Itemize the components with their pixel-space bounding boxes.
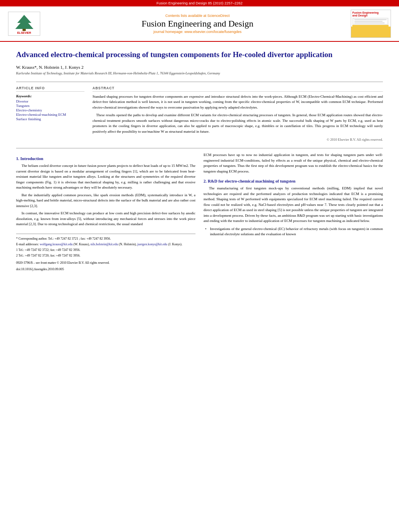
section2-para-1: The manufacturing of first tungsten mock…: [204, 186, 383, 224]
email-konys[interactable]: juergen.konys@kit.edu: [138, 242, 167, 246]
homepage-link[interactable]: www.elsevier.com/locate/fusengdes: [184, 30, 241, 34]
bullet-item-1: Investigations of the general electro-ch…: [204, 226, 383, 237]
section2-text: The manufacturing of first tungsten mock…: [204, 186, 383, 224]
footnote-corresponding: * Corresponding author. Tel.: +49 7247 8…: [16, 236, 195, 241]
journal-citation: Fusion Engineering and Design 85 (2010) …: [156, 1, 243, 5]
abstract-para-2: These results opened the paths to develo…: [93, 113, 383, 134]
abstract-para-1: Standard shaping processes for tungsten …: [93, 94, 383, 111]
homepage-prefix: journal homepage:: [153, 30, 184, 34]
journal-homepage-line: journal homepage: www.elsevier.com/locat…: [44, 30, 351, 34]
email-krauss-name: (W. Krauss),: [73, 242, 90, 246]
keywords-label: Keywords:: [16, 94, 84, 98]
intro-para-2: But the industrially applied common proc…: [16, 193, 195, 209]
copyright-line: © 2010 Elsevier B.V. All rights reserved…: [93, 138, 383, 142]
journal-citation-bar: Fusion Engineering and Design 85 (2010) …: [0, 0, 399, 6]
sciencedirect-line: Contents lists available at ScienceDirec…: [44, 14, 351, 18]
intro-para-3: In contrast, the innovative ECM technolo…: [16, 211, 195, 227]
keyword-1: Divertor: [16, 99, 84, 103]
left-column: 1. Introduction The helium cooled divert…: [16, 152, 195, 272]
intro-text: The helium cooled divertor concept in fu…: [16, 163, 195, 227]
footnote-1: 1 Tel.: +49 7247 82 3722; fax: +49 7247 …: [16, 248, 195, 253]
intro-para-1: The helium cooled divertor concept in fu…: [16, 163, 195, 191]
journal-header-center: Contents lists available at ScienceDirec…: [44, 14, 351, 34]
email-konys-name: (J. Konys).: [167, 242, 182, 246]
keyword-3: Electro-chemistry: [16, 108, 84, 112]
footnote-issn: 0920-3796/$ – see front matter © 2010 El…: [16, 261, 195, 265]
right-intro-para: ECM processes have up to now no industri…: [204, 152, 383, 174]
svg-text:ELSEVIER: ELSEVIER: [17, 31, 31, 34]
email-krauss[interactable]: wolfgang.krauss@kit.edu: [40, 242, 73, 246]
abstract-title: ABSTRACT: [93, 86, 383, 92]
email-holstein-name: (N. Holstein),: [118, 242, 137, 246]
contents-available-text: Contents lists available at: [165, 14, 208, 18]
section-1-heading: Introduction: [21, 156, 43, 161]
divider-1: [16, 82, 383, 82]
article-body: Advanced electro-chemical processing of …: [0, 42, 399, 280]
section-1-number: 1.: [16, 156, 19, 161]
svg-rect-2: [23, 29, 26, 31]
journal-header: ELSEVIER Contents lists available at Sci…: [0, 6, 399, 42]
section-2-number: 2.: [204, 179, 207, 183]
divider-2: [16, 148, 383, 148]
keyword-2: Tungsten: [16, 104, 84, 108]
article-info: ARTICLE INFO Keywords: Divertor Tungsten…: [16, 86, 84, 142]
footnotes: * Corresponding author. Tel.: +49 7247 8…: [16, 234, 195, 272]
journal-title: Fusion Engineering and Design: [44, 18, 351, 29]
elsevier-logo-image: ELSEVIER: [8, 12, 40, 36]
fed-logo-title: Fusion Engineeringand Design: [352, 11, 389, 17]
sciencedirect-link[interactable]: ScienceDirect: [208, 14, 230, 18]
info-abstract-section: ARTICLE INFO Keywords: Divertor Tungsten…: [16, 86, 383, 142]
affiliation: Karlsruhe Institute of Technology, Insti…: [16, 71, 383, 75]
footnote-email: E-mail addresses: wolfgang.krauss@kit.ed…: [16, 242, 195, 247]
footnote-2: 2 Tel.: +49 7247 82 3720; fax: +49 7247 …: [16, 253, 195, 258]
footnote-doi: doi:10.1016/j.fusengdes.2010.09.005: [16, 267, 195, 272]
section-1-title: 1. Introduction: [16, 156, 195, 161]
bullet-text: Investigations of the general electro-ch…: [210, 227, 383, 236]
main-columns: 1. Introduction The helium cooled divert…: [16, 152, 383, 272]
authors: W. Krauss*, N. Holstein 1, J. Konys 2: [16, 65, 383, 70]
abstract-section: ABSTRACT Standard shaping processes for …: [93, 86, 383, 142]
fed-logo: Fusion Engineeringand Design: [351, 10, 391, 38]
keyword-4: Electro-chemical-machining ECM: [16, 113, 84, 117]
right-intro-text: ECM processes have up to now no industri…: [204, 152, 383, 174]
author-list: W. Krauss*, N. Holstein 1, J. Konys 2: [16, 65, 84, 70]
section-2-heading: R&D for electro-chemical machining of tu…: [208, 179, 296, 183]
email-holstein[interactable]: nils.holstein@kit.edu: [90, 242, 118, 246]
abstract-text: Standard shaping processes for tungsten …: [93, 94, 383, 135]
right-column: ECM processes have up to now no industri…: [204, 152, 383, 272]
page: Fusion Engineering and Design 85 (2010) …: [0, 0, 399, 532]
section-2-title: 2. R&D for electro-chemical machining of…: [204, 179, 383, 183]
article-info-title: ARTICLE INFO: [16, 86, 84, 92]
keyword-5: Surface finishing: [16, 117, 84, 121]
email-label: E-mail addresses:: [16, 242, 40, 246]
elsevier-logo: ELSEVIER: [8, 12, 44, 36]
article-title: Advanced electro-chemical processing of …: [16, 50, 383, 60]
svg-rect-9: [352, 25, 389, 30]
